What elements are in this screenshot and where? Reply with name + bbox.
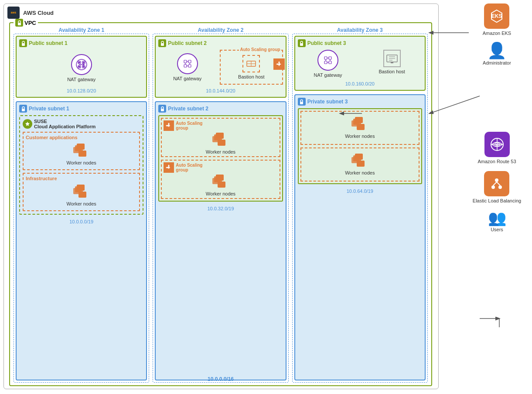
asg1-az2-header: Auto Scalinggroup <box>164 120 277 131</box>
svg-point-71 <box>495 178 498 182</box>
customer-apps-label: Customer applications <box>26 135 137 140</box>
svg-rect-44 <box>324 57 327 59</box>
bastion-host-az2: Bastion host <box>222 52 280 82</box>
suse-label: SUSECloud Application Platform <box>34 119 95 129</box>
svg-rect-3 <box>22 43 25 46</box>
worker-nodes-az2-1-label: Worker nodes <box>206 149 235 154</box>
vpc-ip-label: 10.0.0.0/16 <box>10 375 431 383</box>
svg-rect-60 <box>355 117 363 123</box>
worker-nodes-az1-customer-label: Worker nodes <box>67 160 96 165</box>
amazon-eks-card: EKS Amazon EKS <box>483 3 511 36</box>
administrator-card: 👤 Administrator <box>483 43 511 65</box>
worker-nodes-az3-1-label: Worker nodes <box>345 134 375 139</box>
private-subnet-1-header: Private subnet 1 <box>19 105 143 113</box>
suse-icon <box>23 119 32 129</box>
nat-gateway-az1-icon <box>71 54 92 75</box>
suse-header: SUSECloud Application Platform <box>23 119 140 129</box>
svg-rect-34 <box>161 109 164 111</box>
svg-rect-26 <box>188 65 191 67</box>
az1-column: Public subnet 1 <box>14 34 149 383</box>
infrastructure-box: Infrastructure Worker nodes <box>23 173 140 211</box>
infrastructure-label: Infrastructure <box>26 176 137 181</box>
svg-rect-37 <box>216 133 224 139</box>
svg-rect-65 <box>357 161 365 167</box>
asg2-az2-icon <box>164 162 174 173</box>
private-subnet-2: Private subnet 2 <box>155 101 286 380</box>
administrator-icon: 👤 <box>487 43 507 58</box>
customer-apps-box: Customer applications Work <box>23 132 140 170</box>
priv-sub3-name: Private subnet 3 <box>307 99 348 105</box>
elb-card: Elastic Load Balancing <box>473 171 521 203</box>
route53-label: Amazon Route 53 <box>477 159 516 164</box>
amazon-eks-icon: EKS <box>484 3 509 29</box>
priv-sub3-lock <box>298 98 306 106</box>
svg-rect-56 <box>391 62 393 63</box>
az3-column: Public subnet 3 <box>292 34 428 383</box>
pub-sub3-lock <box>298 39 306 47</box>
worker-nodes-az3-2-icon <box>350 154 370 170</box>
public-subnet-2: Public subnet 2 <box>155 36 286 98</box>
worker-nodes-az1-infra-icon <box>72 185 92 201</box>
public-subnet-1-header: Public subnet 1 <box>19 39 143 47</box>
route53-card: 53 Amazon Route 53 <box>477 132 516 164</box>
priv-sub2-inner: Auto Scalinggroup Worker n <box>158 115 283 202</box>
svg-rect-23 <box>184 60 187 63</box>
users-card: 👥 Users <box>488 210 506 232</box>
svg-rect-17 <box>78 151 86 157</box>
right-services-panel: EKS Amazon EKS 👤 Administrator 53 <box>465 3 529 232</box>
svg-rect-41 <box>216 175 224 181</box>
pub-sub2-name: Public subnet 2 <box>168 40 207 46</box>
nat-gateway-az2: NAT gateway <box>158 53 216 81</box>
svg-rect-45 <box>329 57 331 59</box>
worker-nodes-az2-1-icon <box>211 133 231 149</box>
svg-rect-64 <box>355 154 363 160</box>
nat-gateway-az3-icon <box>317 50 338 71</box>
private-subnet-3-header: Private subnet 3 <box>298 98 422 106</box>
worker-nodes-az3-1-icon <box>350 117 370 134</box>
elb-icon <box>484 171 509 196</box>
bastion-host-az3-icon <box>383 50 401 67</box>
priv-sub1-name: Private subnet 1 <box>29 106 69 112</box>
pub-sub2-lock <box>158 39 166 47</box>
public-subnet-1: Public subnet 1 <box>16 36 147 98</box>
worker-nodes-az2-1: Worker nodes <box>164 133 277 154</box>
asg1-az2-label: Auto Scalinggroup <box>176 121 202 130</box>
priv-sub1-ip: 10.0.0.0/19 <box>19 217 143 225</box>
worker-nodes-az1-infra: Worker nodes <box>26 183 137 208</box>
worker-nodes-az3-2: Worker nodes <box>303 150 417 179</box>
svg-rect-24 <box>188 60 191 63</box>
svg-point-73 <box>498 185 502 189</box>
svg-point-7 <box>78 66 80 68</box>
az-columns: Public subnet 1 <box>14 34 428 383</box>
svg-text:EKS: EKS <box>491 13 502 19</box>
svg-rect-2 <box>18 23 21 25</box>
svg-rect-61 <box>357 124 365 130</box>
worker-nodes-az2-2-icon <box>211 175 231 191</box>
svg-rect-25 <box>184 65 187 67</box>
pub-sub1-name: Public subnet 1 <box>29 40 68 46</box>
worker-nodes-az2-2-label: Worker nodes <box>206 191 235 196</box>
svg-rect-46 <box>324 61 327 64</box>
worker-nodes-az1-infra-label: Worker nodes <box>67 201 96 206</box>
nat-gateway-az3-label: NAT gateway <box>314 72 342 78</box>
private-subnet-2-header: Private subnet 2 <box>158 105 283 113</box>
svg-point-8 <box>83 66 85 68</box>
az3-label: Availability Zone 3 <box>292 26 428 34</box>
aws-header: aws AWS Cloud <box>7 7 54 19</box>
svg-rect-47 <box>329 61 331 64</box>
pub-sub3-name: Public subnet 3 <box>307 40 346 46</box>
worker-nodes-az1-customer-icon <box>72 144 92 160</box>
pub-sub3-ip: 10.0.160.0/20 <box>298 79 422 87</box>
worker-nodes-az2-2: Worker nodes <box>164 175 277 196</box>
svg-line-74 <box>493 182 497 185</box>
az1-label: Availability Zone 1 <box>14 26 149 34</box>
worker-nodes-az3-1: Worker nodes <box>303 113 417 142</box>
nat-gateway-az3: NAT gateway <box>298 50 358 78</box>
priv-sub2-lock <box>158 105 166 113</box>
private-subnet-1: Private subnet 1 SUSECloud Application P… <box>16 101 147 380</box>
users-label: Users <box>491 227 503 232</box>
svg-point-72 <box>491 185 495 189</box>
asg-label-az2: Auto Scaling group <box>239 47 281 52</box>
az2-label: Availability Zone 2 <box>153 26 288 34</box>
nat-gateway-az1-label: NAT gateway <box>67 77 95 82</box>
